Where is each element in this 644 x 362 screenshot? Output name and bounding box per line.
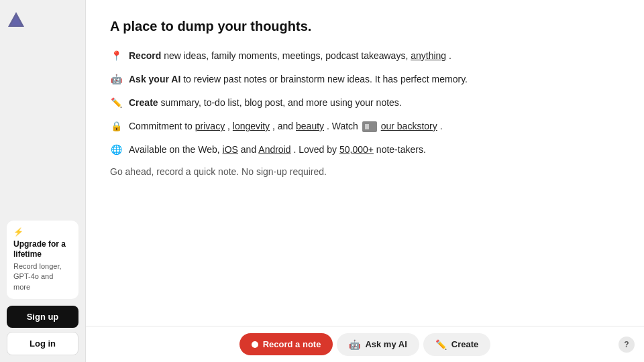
video-thumbnail[interactable] <box>362 121 377 132</box>
feature-create: ✏️ Create summary, to-do list, blog post… <box>110 96 620 110</box>
users-count-link[interactable]: 50,000+ <box>339 144 374 155</box>
upgrade-icon: ⚡ <box>13 227 72 237</box>
create-pencil-icon: ✏️ <box>435 339 447 350</box>
main-content: A place to dump your thoughts. 📍 Record … <box>86 0 644 362</box>
feature-record-text: Record new ideas, family moments, meetin… <box>129 49 451 63</box>
upgrade-title: Upgrade for a lifetime <box>13 239 72 260</box>
ask-ai-label: Ask my AI <box>365 339 407 349</box>
feature-create-text: Create summary, to-do list, blog post, a… <box>129 96 402 110</box>
feature-ask-ai-text: Ask your AI to review past notes or brai… <box>129 72 468 86</box>
upgrade-description: Record longer, GPT-4o and more <box>13 261 72 292</box>
login-button[interactable]: Log in <box>7 332 78 355</box>
record-note-button[interactable]: Record a note <box>239 333 333 355</box>
privacy-link[interactable]: privacy <box>195 121 225 131</box>
bottom-toolbar: Record a note 🤖 Ask my AI ✏️ Create ? <box>86 326 644 362</box>
ai-icon: 🤖 <box>110 73 122 85</box>
create-button[interactable]: ✏️ Create <box>423 333 490 356</box>
feature-list: 📍 Record new ideas, family moments, meet… <box>110 49 620 157</box>
page-title: A place to dump your thoughts. <box>110 19 620 34</box>
create-icon: ✏️ <box>110 97 122 109</box>
ask-ai-label: Ask your AI <box>129 74 180 84</box>
feature-privacy: 🔒 Commitment to privacy , longevity , an… <box>110 119 620 133</box>
signup-button[interactable]: Sign up <box>7 306 78 328</box>
sidebar: ⚡ Upgrade for a lifetime Record longer, … <box>0 0 86 362</box>
record-dot-icon <box>252 341 258 348</box>
record-icon: 📍 <box>110 50 122 62</box>
web-icon: 🌐 <box>110 143 122 156</box>
feature-ask-ai: 🤖 Ask your AI to review past notes or br… <box>110 72 620 86</box>
feature-privacy-text: Commitment to privacy , longevity , and … <box>129 119 443 133</box>
ai-bot-icon: 🤖 <box>349 339 360 350</box>
help-button[interactable]: ? <box>619 337 635 353</box>
feature-platforms-text: Available on the Web, iOS and Android . … <box>129 143 426 157</box>
anything-link[interactable]: anything <box>411 50 446 61</box>
go-ahead-text: Go ahead, record a quick note. No sign-u… <box>110 166 620 177</box>
app-logo <box>7 11 25 32</box>
content-area: A place to dump your thoughts. 📍 Record … <box>86 0 644 326</box>
create-label: Create <box>451 339 478 349</box>
create-label: Create <box>129 97 158 108</box>
feature-record: 📍 Record new ideas, family moments, meet… <box>110 49 620 63</box>
upgrade-lightning-icon: ⚡ <box>13 227 23 237</box>
upgrade-card: ⚡ Upgrade for a lifetime Record longer, … <box>7 221 78 299</box>
android-link[interactable]: Android <box>258 144 290 155</box>
ask-my-ai-button[interactable]: 🤖 Ask my AI <box>337 333 419 356</box>
backstory-link[interactable]: our backstory <box>381 121 437 131</box>
record-note-label: Record a note <box>263 339 321 349</box>
privacy-icon: 🔒 <box>110 120 122 132</box>
feature-platforms: 🌐 Available on the Web, iOS and Android … <box>110 143 620 157</box>
longevity-link[interactable]: longevity <box>233 121 270 131</box>
record-label: Record <box>129 50 161 61</box>
ios-link[interactable]: iOS <box>223 144 238 155</box>
beauty-link[interactable]: beauty <box>296 121 324 131</box>
sidebar-bottom: ⚡ Upgrade for a lifetime Record longer, … <box>0 214 85 362</box>
